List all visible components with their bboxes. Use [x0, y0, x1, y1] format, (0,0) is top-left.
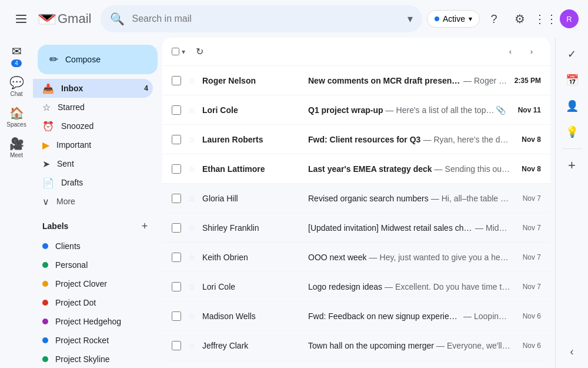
- side-nav: ✉ 4 💬 Chat 🏠 Spaces 🎥 Meet: [0, 38, 33, 368]
- panel-keep-button[interactable]: 💡: [560, 120, 584, 144]
- table-row[interactable]: ☆ Roger Nelson Two pics from the confere…: [162, 360, 550, 363]
- avatar[interactable]: R: [560, 9, 579, 28]
- email-checkbox[interactable]: [172, 135, 181, 144]
- dash: —: [435, 164, 443, 174]
- table-row[interactable]: ☆ Keith Obrien OOO next week — Hey, just…: [162, 243, 550, 272]
- sidebar-item-starred[interactable]: ☆ Starred: [33, 98, 153, 117]
- sender: Jeffrey Clark: [202, 341, 308, 350]
- panel-contacts-button[interactable]: 👤: [560, 94, 584, 118]
- snippet: Midwest retail sales che…: [486, 223, 510, 233]
- topbar-right: Active ▾ ? ⚙ ⋮⋮ R: [427, 7, 579, 31]
- panel-expand-button[interactable]: ‹: [560, 340, 584, 363]
- email-checkbox[interactable]: [172, 341, 181, 350]
- star-icon[interactable]: ☆: [186, 134, 198, 145]
- label-project-clover-text: Project Clover: [55, 279, 107, 289]
- labels-add-button[interactable]: +: [136, 218, 153, 234]
- important-icon: ▶: [42, 140, 49, 151]
- side-nav-item-meet[interactable]: 🎥 Meet: [0, 132, 33, 163]
- email-content: Q1 project wrap-up — Here's a list of al…: [308, 105, 496, 115]
- email-checkbox[interactable]: [172, 253, 181, 262]
- label-project-skyline-text: Project Skyline: [55, 354, 110, 364]
- email-checkbox[interactable]: [172, 223, 181, 233]
- panel-calendar-button[interactable]: 📅: [560, 68, 584, 92]
- active-status-button[interactable]: Active ▾: [427, 10, 480, 28]
- checkbox-dropdown-icon[interactable]: ▾: [182, 48, 185, 56]
- email-checkbox[interactable]: [172, 282, 181, 291]
- active-chevron-icon: ▾: [469, 15, 472, 23]
- star-icon[interactable]: ☆: [186, 281, 198, 293]
- table-row[interactable]: ☆ Jeffrey Clark Town hall on the upcomin…: [162, 331, 550, 360]
- attachment-icon: 📎: [496, 105, 506, 115]
- labels-title: Labels: [42, 221, 68, 231]
- dash: —: [463, 311, 472, 321]
- subject: Fwd: Feedback on new signup experience: [308, 311, 461, 321]
- chat-icon: 💬: [9, 75, 24, 89]
- star-icon[interactable]: ☆: [186, 163, 198, 175]
- snippet: Excellent. Do you have time to meet with…: [395, 282, 510, 291]
- help-button[interactable]: ?: [482, 7, 506, 31]
- email-date: Nov 6: [510, 342, 541, 350]
- email-checkbox[interactable]: [172, 105, 181, 115]
- email-checkbox[interactable]: [172, 311, 181, 321]
- star-icon[interactable]: ☆: [186, 75, 198, 87]
- compose-button[interactable]: ✏ Compose: [38, 45, 158, 74]
- dash: —: [436, 341, 445, 350]
- active-dot: [435, 16, 439, 21]
- label-item-project-rocket[interactable]: Project Rocket: [33, 331, 153, 350]
- star-icon[interactable]: ☆: [186, 310, 198, 322]
- next-page-button[interactable]: ›: [522, 42, 541, 61]
- email-content: Fwd: Feedback on new signup experience —…: [308, 311, 510, 321]
- table-row[interactable]: ☆ Lori Cole Q1 project wrap-up — Here's …: [162, 95, 550, 125]
- settings-button[interactable]: ⚙: [508, 7, 532, 31]
- star-icon[interactable]: ☆: [186, 222, 198, 234]
- star-icon[interactable]: ☆: [186, 193, 198, 204]
- email-date: Nov 7: [510, 194, 541, 203]
- dash: —: [423, 135, 431, 144]
- prev-page-button[interactable]: ‹: [501, 42, 520, 61]
- subject: Fwd: Client resources for Q3: [308, 135, 420, 144]
- table-row[interactable]: ☆ Gloria Hill Revised organic search num…: [162, 184, 550, 213]
- panel-tasks-button[interactable]: ✓: [560, 42, 584, 66]
- sidebar-item-sent[interactable]: ➤ Sent: [33, 154, 153, 173]
- email-date: Nov 11: [510, 106, 541, 114]
- star-icon[interactable]: ☆: [186, 104, 198, 116]
- email-checkbox[interactable]: [172, 194, 181, 203]
- label-item-clients[interactable]: Clients: [33, 237, 153, 256]
- panel-add-button[interactable]: +: [560, 154, 584, 177]
- label-item-personal[interactable]: Personal: [33, 256, 153, 274]
- more-nav-label: More: [56, 197, 75, 206]
- sidebar-item-drafts[interactable]: 📄 Drafts: [33, 173, 153, 192]
- table-row[interactable]: ☆ Lauren Roberts Fwd: Client resources f…: [162, 125, 550, 154]
- side-nav-item-spaces[interactable]: 🏠 Spaces: [0, 101, 33, 132]
- label-item-project-clover[interactable]: Project Clover: [33, 274, 153, 293]
- label-item-project-hedgehog[interactable]: Project Hedgehog: [33, 312, 153, 331]
- table-row[interactable]: ☆ Shirley Franklin [Updated invitation] …: [162, 213, 550, 243]
- email-checkbox[interactable]: [172, 76, 181, 85]
- right-panels: ✓ 📅 👤 💡 + ‹: [555, 38, 588, 368]
- snippet: Ryan, here's the doc with all the client…: [433, 135, 510, 144]
- email-list-toolbar: ▾ ↻ ‹ ›: [162, 38, 550, 66]
- sidebar-item-snoozed[interactable]: ⏰ Snoozed: [33, 117, 153, 135]
- table-row[interactable]: ☆ Lori Cole Logo redesign ideas — Excell…: [162, 272, 550, 301]
- star-icon[interactable]: ☆: [186, 340, 198, 352]
- side-nav-item-chat[interactable]: 💬 Chat: [0, 71, 33, 101]
- table-row[interactable]: ☆ Roger Nelson New comments on MCR draft…: [162, 66, 550, 95]
- search-dropdown-icon[interactable]: ▾: [407, 12, 413, 25]
- label-item-project-dot[interactable]: Project Dot: [33, 293, 153, 312]
- table-row[interactable]: ☆ Ethan Lattimore Last year's EMEA strat…: [162, 154, 550, 184]
- project-clover-dot: [42, 281, 48, 287]
- sidebar-item-inbox[interactable]: 📥 Inbox 4: [33, 79, 153, 98]
- table-row[interactable]: ☆ Madison Wells Fwd: Feedback on new sig…: [162, 301, 550, 331]
- menu-button[interactable]: [9, 7, 33, 31]
- sidebar-item-more[interactable]: ∨ More: [33, 192, 153, 211]
- sidebar-item-important[interactable]: ▶ Important: [33, 135, 153, 154]
- side-nav-item-mail[interactable]: ✉ 4: [0, 40, 33, 71]
- label-item-project-skyline[interactable]: Project Skyline: [33, 350, 153, 368]
- search-input[interactable]: [132, 14, 400, 24]
- select-all-checkbox[interactable]: [172, 48, 179, 55]
- star-icon[interactable]: ☆: [186, 251, 198, 263]
- email-checkbox[interactable]: [172, 164, 181, 174]
- refresh-button[interactable]: ↻: [190, 42, 209, 61]
- apps-button[interactable]: ⋮⋮: [534, 7, 557, 31]
- inbox-label: Inbox: [61, 84, 137, 93]
